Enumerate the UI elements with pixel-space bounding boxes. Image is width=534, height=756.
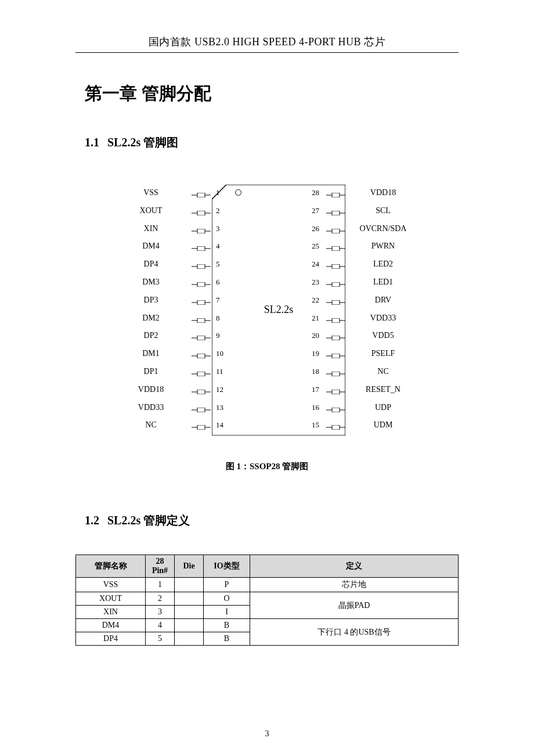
pin-label-left: VDD18 xyxy=(131,385,171,394)
td-name: VSS xyxy=(76,578,146,592)
section-text: SL2.2s 管脚定义 xyxy=(107,514,190,527)
td-io: I xyxy=(204,606,250,619)
pin-number-right: 19 xyxy=(312,349,319,358)
pin-label-right: PWRN xyxy=(354,242,412,251)
pin-number-left: 7 xyxy=(216,296,220,305)
td-def: 芯片地 xyxy=(250,578,459,592)
td-pin: 4 xyxy=(146,619,175,632)
pin-label-right: UDM xyxy=(354,420,412,430)
pin-row: DP4524LED2 xyxy=(99,256,435,274)
pin-number-left: 1 xyxy=(216,188,220,197)
pin-label-right: RESET_N xyxy=(354,385,412,394)
table-row: DM44B下行口 4 的USB信号 xyxy=(76,619,459,632)
section-1-1-title: 1.1SL2.2s 管脚图 xyxy=(75,135,459,150)
pin-row: XOUT227SCL xyxy=(99,203,435,221)
page-header: 国内首款 USB2.0 HIGH SPEED 4-PORT HUB 芯片 xyxy=(75,35,459,53)
pin-number-right: 18 xyxy=(312,367,319,376)
pin-lead-icon xyxy=(192,369,211,374)
pin-lead-icon xyxy=(192,405,211,410)
pin-row: DM4425PWRN xyxy=(99,238,435,256)
pin-label-left: VDD33 xyxy=(131,403,171,412)
pin-number-right: 21 xyxy=(312,314,319,323)
pin-lead-icon xyxy=(192,333,211,338)
pin-label-left: DP3 xyxy=(131,296,171,305)
pin-number-left: 9 xyxy=(216,331,220,340)
section-text: SL2.2s 管脚图 xyxy=(107,136,178,149)
table-header-row: 管脚名称 28 Pin# Die IO类型 定义 xyxy=(76,555,459,578)
pin-row: VSS128VDD18 xyxy=(99,185,435,203)
pin-label-left: VSS xyxy=(131,188,171,197)
pin-label-left: DM2 xyxy=(131,314,171,323)
pin-number-right: 23 xyxy=(312,278,319,287)
pin-number-right: 28 xyxy=(312,188,319,197)
th-die: Die xyxy=(175,555,204,578)
pin-label-right: UDP xyxy=(354,403,412,412)
pin-row: XIN326OVCRN/SDA xyxy=(99,221,435,239)
pin-number-right: 17 xyxy=(312,385,319,394)
pin-lead-icon xyxy=(326,405,345,410)
th-def: 定义 xyxy=(250,555,459,578)
pin-number-right: 16 xyxy=(312,403,319,412)
pin-lead-icon xyxy=(326,244,345,249)
pin-row: DP2920VDD5 xyxy=(99,327,435,345)
pin-label-right: LED1 xyxy=(354,278,412,287)
pin-number-right: 27 xyxy=(312,206,319,215)
section-num: 1.1 xyxy=(85,136,99,149)
td-name: DM4 xyxy=(76,619,146,632)
pin-lead-icon xyxy=(326,351,345,356)
pin-row: DP3722DRV xyxy=(99,292,435,310)
pin-row: DM11019PSELF xyxy=(99,345,435,363)
pin-lead-icon xyxy=(192,208,211,213)
pin-number-left: 4 xyxy=(216,242,220,251)
chapter-title: 第一章 管脚分配 xyxy=(75,82,459,106)
pin-number-left: 2 xyxy=(216,206,220,215)
pin-label-left: DP4 xyxy=(131,260,171,269)
td-name: XOUT xyxy=(76,592,146,606)
pin-lead-icon xyxy=(192,190,211,195)
td-io: P xyxy=(204,578,250,592)
pin-lead-icon xyxy=(326,190,345,195)
pin-row: VDD331316UDP xyxy=(99,399,435,417)
pin-lead-icon xyxy=(192,226,211,231)
td-name: XIN xyxy=(76,606,146,619)
pin-number-left: 13 xyxy=(216,403,223,412)
td-die xyxy=(175,619,204,632)
pin-label-left: XOUT xyxy=(131,206,171,215)
section-num: 1.2 xyxy=(85,514,99,527)
pin-label-left: DM4 xyxy=(131,242,171,251)
pin-number-left: 3 xyxy=(216,224,220,233)
th-name: 管脚名称 xyxy=(76,555,146,578)
pin-label-right: VDD33 xyxy=(354,314,412,323)
pin-lead-icon xyxy=(326,262,345,267)
pin-number-left: 14 xyxy=(216,420,223,430)
pin-lead-icon xyxy=(192,316,211,321)
pin-lead-icon xyxy=(326,333,345,338)
pin-lead-icon xyxy=(326,208,345,213)
pin-number-right: 22 xyxy=(312,296,319,305)
pin-lead-icon xyxy=(192,351,211,356)
td-pin: 3 xyxy=(146,606,175,619)
pin-row: NC1415UDM xyxy=(99,417,435,435)
pin-row: VDD181217RESET_N xyxy=(99,381,435,399)
pin-number-left: 12 xyxy=(216,385,223,394)
pin-number-right: 15 xyxy=(312,420,319,430)
td-die xyxy=(175,578,204,592)
pin-number-right: 24 xyxy=(312,260,319,269)
pin-number-left: 6 xyxy=(216,278,220,287)
pin-lead-icon xyxy=(192,244,211,249)
pin-label-right: SCL xyxy=(354,206,412,215)
pin-number-left: 8 xyxy=(216,314,220,323)
td-io: B xyxy=(204,632,250,646)
pin-lead-icon xyxy=(326,298,345,303)
pin-label-right: LED2 xyxy=(354,260,412,269)
pin-definition-table: 管脚名称 28 Pin# Die IO类型 定义 VSS1P芯片地XOUT2O晶… xyxy=(75,555,459,646)
pin-row: DM2821VDD33 xyxy=(99,310,435,328)
pin-label-left: DM3 xyxy=(131,278,171,287)
pin-number-right: 25 xyxy=(312,242,319,251)
section-1-2-title: 1.2SL2.2s 管脚定义 xyxy=(75,513,459,528)
pin-number-left: 5 xyxy=(216,260,220,269)
pin-label-right: NC xyxy=(354,367,412,376)
pin-lead-icon xyxy=(192,423,211,427)
pin-label-right: VDD18 xyxy=(354,188,412,197)
pin-label-right: OVCRN/SDA xyxy=(354,224,412,233)
